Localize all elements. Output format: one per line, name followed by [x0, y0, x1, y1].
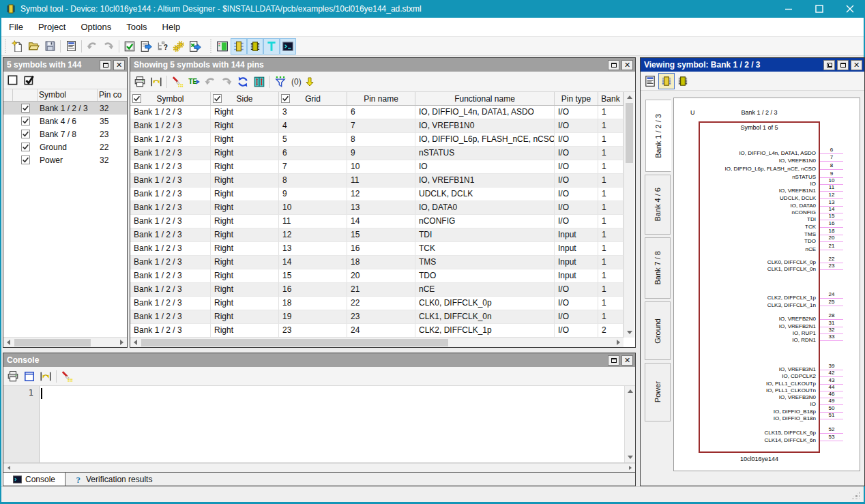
pins-hscrollbar[interactable] [130, 337, 624, 347]
close-panel-button[interactable]: ✕ [621, 60, 633, 70]
console-editor[interactable] [40, 386, 624, 462]
viewer-tab-power[interactable]: Power [645, 363, 671, 421]
symbol-list-row[interactable]: Power32 [3, 153, 127, 166]
console-view-icon[interactable] [280, 38, 296, 55]
symbol-checkbox[interactable] [21, 143, 30, 151]
sweep-icon[interactable] [59, 368, 75, 385]
pin-row[interactable]: Bank 1 / 2 / 3Right811IO, VREFB1N1I/O1 [130, 174, 624, 188]
minimize-button[interactable] [773, 0, 804, 18]
maximize-panel-button[interactable] [100, 60, 111, 70]
view-symbol-icon[interactable] [658, 73, 675, 89]
tab-verification-results[interactable]: ?Verification results [65, 473, 162, 486]
symbols-hscrollbar[interactable] [3, 337, 127, 347]
refresh-icon[interactable] [235, 74, 251, 90]
viewer-tab-ground[interactable]: Ground [645, 301, 671, 360]
pins-column-grid[interactable]: Grid [279, 92, 347, 105]
scroll-left-icon[interactable] [130, 338, 141, 348]
settings-gears-icon[interactable] [171, 38, 187, 55]
scroll-left-icon[interactable] [3, 464, 14, 472]
symbol-list-row[interactable]: Bank 4 / 635 [3, 115, 127, 128]
symbol-checkbox[interactable] [21, 117, 30, 125]
pins-column-pin-name[interactable]: Pin name [347, 92, 415, 105]
scroll-right-icon[interactable] [117, 338, 127, 348]
popout-panel-button[interactable] [823, 60, 835, 70]
menu-file[interactable]: File [1, 19, 31, 35]
maximize-button[interactable] [804, 0, 834, 18]
print-icon[interactable] [132, 74, 148, 90]
pins-vscrollbar[interactable] [624, 92, 634, 338]
new-document-icon[interactable] [9, 38, 25, 55]
close-button[interactable] [834, 0, 865, 18]
rename-pins-icon[interactable]: TE [186, 74, 202, 90]
tab-console[interactable]: Console [3, 473, 65, 486]
sweep-icon[interactable] [169, 74, 186, 90]
viewer-tab-bank-1-2-3[interactable]: Bank 1 / 2 / 3 [645, 100, 671, 172]
close-panel-button[interactable]: ✕ [113, 60, 125, 70]
column-checkbox[interactable] [281, 94, 290, 103]
symbols-column-pincount[interactable]: Pin co [98, 89, 127, 101]
text-view-icon[interactable] [263, 38, 280, 55]
export-icon[interactable] [138, 38, 154, 55]
pin-row[interactable]: Bank 1 / 2 / 3Right47IO, VREFB1N0I/O1 [130, 119, 624, 133]
maximize-panel-button[interactable] [608, 355, 619, 366]
toolbar-grip[interactable] [3, 40, 7, 53]
menu-help[interactable]: Help [155, 19, 188, 35]
pin-row[interactable]: Bank 1 / 2 / 3Right2324CLK2, DIFFCLK_1pI… [130, 324, 624, 338]
symbol-checkbox[interactable] [21, 130, 30, 138]
resize-grip[interactable] [851, 491, 860, 499]
rearrange-icon[interactable] [251, 74, 267, 90]
pins-column-bank[interactable]: Bank [598, 92, 624, 105]
menu-tools[interactable]: Tools [119, 19, 154, 35]
panels-icon[interactable] [214, 38, 231, 55]
column-checkbox[interactable] [213, 94, 222, 103]
fit-columns-icon[interactable] [148, 74, 164, 90]
pin-row[interactable]: Bank 1 / 2 / 3Right1215TDIInput1 [130, 228, 624, 242]
save-icon[interactable] [42, 38, 58, 55]
maximize-panel-button[interactable] [837, 60, 849, 70]
scrollbar-thumb[interactable] [14, 339, 91, 346]
pin-row[interactable]: Bank 1 / 2 / 3Right1621nCEI/O1 [130, 283, 624, 297]
close-panel-button[interactable]: ✕ [621, 355, 633, 366]
console-vscrollbar[interactable] [624, 386, 635, 462]
fit-columns-icon[interactable] [38, 368, 54, 385]
pins-column-side[interactable]: Side [211, 92, 279, 105]
scroll-left-icon[interactable] [3, 338, 14, 348]
scroll-up-icon[interactable] [624, 92, 634, 102]
symbol-list-row[interactable]: Ground22 [3, 140, 127, 153]
pins-column-pin-type[interactable]: Pin type [555, 92, 598, 105]
chip-view-icon[interactable] [247, 38, 263, 55]
menu-project[interactable]: Project [31, 19, 73, 35]
apply-filter-icon[interactable] [304, 74, 315, 90]
redo-icon[interactable] [100, 38, 117, 55]
scroll-right-icon[interactable] [625, 464, 635, 472]
undo-icon[interactable] [202, 74, 218, 90]
undo-icon[interactable] [84, 38, 100, 55]
scroll-up-icon[interactable] [625, 386, 635, 396]
pin-row[interactable]: Bank 1 / 2 / 3Right1418TMSInput1 [130, 256, 624, 269]
pins-column-functional-name[interactable]: Functional name [415, 92, 555, 105]
new-window-icon[interactable] [21, 368, 38, 385]
symbol-list-row[interactable]: Bank 7 / 823 [3, 128, 127, 140]
close-panel-button[interactable]: ✕ [851, 60, 862, 70]
filter-icon[interactable] [272, 74, 289, 90]
toolbar-grip[interactable] [209, 40, 212, 53]
print-icon[interactable] [5, 368, 21, 385]
pin-row[interactable]: Bank 1 / 2 / 3Right912UDCLK, DCLKI/O1 [130, 188, 624, 201]
pins-column-symbol[interactable]: Symbol [130, 92, 211, 105]
check-all-icon[interactable] [21, 72, 38, 89]
verify-icon[interactable] [121, 38, 138, 55]
pin-row[interactable]: Bank 1 / 2 / 3Right36IO, DIFFIO_L4n, DAT… [130, 106, 624, 119]
symbol-tool-icon[interactable] [231, 38, 247, 55]
uncheck-all-icon[interactable] [5, 72, 21, 89]
open-icon[interactable] [25, 38, 42, 55]
menu-options[interactable]: Options [73, 19, 119, 35]
hierarchy-help-icon[interactable]: ? [154, 38, 171, 55]
redo-icon[interactable] [218, 74, 235, 90]
pin-row[interactable]: Bank 1 / 2 / 3Right1822CLK0, DIFFCLK_0pI… [130, 297, 624, 310]
pin-row[interactable]: Bank 1 / 2 / 3Right69nSTATUSI/O1 [130, 147, 624, 160]
viewer-tab-bank-4-6[interactable]: Bank 4 / 6 [645, 175, 671, 235]
scrollbar-thumb[interactable] [626, 103, 633, 163]
pin-row[interactable]: Bank 1 / 2 / 3Right1923CLK1, DIFFCLK_0nI… [130, 310, 624, 324]
report-list-icon[interactable] [642, 73, 658, 89]
pin-row[interactable]: Bank 1 / 2 / 3Right710IOI/O1 [130, 160, 624, 174]
